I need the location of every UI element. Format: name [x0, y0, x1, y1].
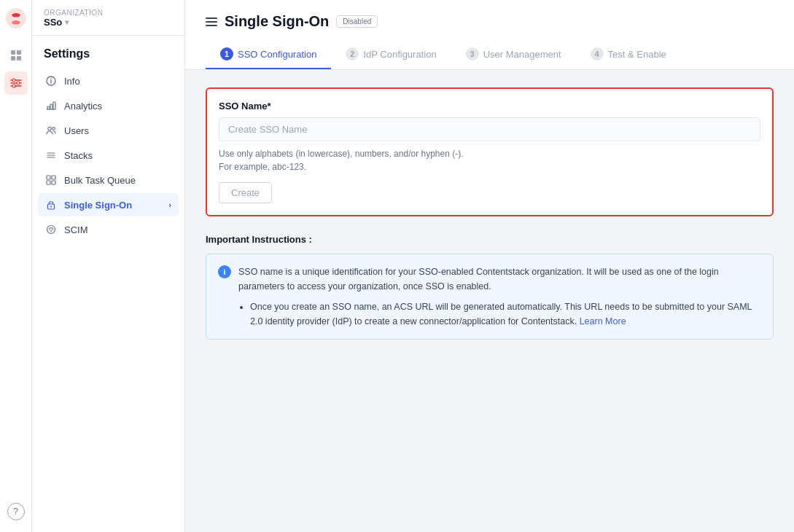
sidebar-title: Settings [32, 36, 184, 66]
svg-rect-20 [47, 176, 50, 179]
sidebar-item-bulk-task-label: Bulk Task Queue [64, 175, 136, 186]
sidebar-item-info-label: Info [64, 76, 80, 87]
tab-idp-configuration[interactable]: 2 IdP Configuration [331, 40, 451, 69]
lock-icon [45, 199, 57, 211]
page-header: Single Sign-On Disabled 1 SSO Configurat… [185, 0, 794, 70]
sidebar-item-stacks[interactable]: Stacks [38, 144, 179, 167]
nav-chevron-icon: › [168, 200, 171, 209]
sidebar-item-info[interactable]: Info [38, 69, 179, 93]
org-selector[interactable]: Organization SSo ▾ [32, 0, 184, 36]
tab-label-4: Test & Enable [608, 49, 666, 60]
tab-num-1: 1 [220, 47, 233, 60]
svg-rect-1 [11, 50, 15, 55]
instructions-title: Important Instructions : [206, 234, 774, 245]
main-content: Single Sign-On Disabled 1 SSO Configurat… [185, 0, 794, 532]
sidebar-item-scim-label: SCIM [64, 224, 88, 235]
svg-point-13 [50, 78, 52, 79]
info-icon [45, 75, 57, 87]
svg-point-0 [6, 8, 26, 28]
org-name[interactable]: SSo ▾ [44, 17, 173, 28]
create-button[interactable]: Create [219, 182, 272, 203]
svg-point-16 [52, 128, 55, 130]
analytics-icon [45, 100, 57, 112]
content-area: SSO Name* Use only alphabets (in lowerca… [185, 70, 794, 532]
info-circle-icon: i [218, 265, 231, 278]
sso-name-input[interactable] [219, 117, 760, 141]
tab-num-2: 2 [346, 47, 359, 60]
sidebar-item-users[interactable]: Users [38, 119, 179, 142]
tab-num-3: 3 [466, 47, 479, 60]
tab-test-enable[interactable]: 4 Test & Enable [576, 40, 681, 69]
page-title-row: Single Sign-On Disabled [206, 13, 774, 30]
hamburger-icon[interactable] [206, 17, 217, 26]
left-rail: ? [0, 0, 32, 532]
sso-hint: Use only alphabets (in lowercase), numbe… [219, 147, 760, 173]
sidebar: Organization SSo ▾ Settings Info [32, 0, 185, 532]
scim-icon [45, 224, 57, 235]
org-label: Organization [44, 9, 173, 17]
tab-user-management[interactable]: 3 User Management [451, 40, 576, 69]
svg-rect-23 [52, 181, 55, 184]
svg-rect-4 [17, 56, 21, 60]
svg-rect-21 [52, 176, 55, 179]
svg-rect-2 [17, 50, 21, 55]
help-icon[interactable]: ? [7, 503, 25, 520]
svg-point-15 [48, 127, 51, 130]
svg-rect-22 [47, 181, 50, 184]
page-title: Single Sign-On [225, 13, 329, 30]
org-chevron-icon: ▾ [65, 18, 69, 26]
sidebar-item-sso-label: Single Sign-On [64, 200, 132, 211]
sidebar-item-analytics-label: Analytics [64, 101, 102, 112]
svg-point-8 [12, 79, 15, 82]
tab-label-1: SSO Configuration [238, 49, 316, 60]
app-logo[interactable] [5, 7, 27, 29]
rail-bottom: ? [7, 503, 25, 532]
rail-grid-icon[interactable] [4, 44, 28, 67]
svg-point-9 [17, 82, 20, 85]
tabs: 1 SSO Configuration 2 IdP Configuration … [206, 40, 774, 69]
users-icon [45, 125, 57, 136]
sidebar-item-scim[interactable]: SCIM [38, 218, 179, 241]
svg-point-10 [12, 85, 15, 87]
sso-name-section: SSO Name* Use only alphabets (in lowerca… [206, 87, 774, 216]
learn-more-link[interactable]: Learn More [580, 316, 626, 326]
tab-sso-configuration[interactable]: 1 SSO Configuration [206, 40, 331, 69]
tab-num-4: 4 [591, 47, 604, 60]
sidebar-item-single-sign-on[interactable]: Single Sign-On › [38, 193, 179, 216]
tab-label-2: IdP Configuration [363, 49, 436, 60]
sidebar-item-stacks-label: Stacks [64, 150, 93, 161]
instructions-content: SSO name is a unique identification for … [238, 265, 761, 329]
status-badge: Disabled [336, 15, 378, 28]
sidebar-item-users-label: Users [64, 125, 89, 136]
stacks-icon [45, 149, 57, 161]
sidebar-item-bulk-task-queue[interactable]: Bulk Task Queue [38, 168, 179, 192]
instruction-line2: Once you create an SSO name, an ACS URL … [250, 300, 761, 329]
svg-rect-3 [11, 56, 15, 60]
sidebar-nav: Info Analytics [32, 66, 184, 532]
instruction-line1: SSO name is a unique identification for … [238, 265, 761, 294]
sidebar-item-analytics[interactable]: Analytics [38, 94, 179, 117]
instructions-box: i SSO name is a unique identification fo… [206, 254, 774, 340]
rail-settings-icon[interactable] [4, 71, 28, 95]
tab-label-3: User Management [483, 49, 561, 60]
sso-field-label: SSO Name* [219, 101, 760, 112]
bulk-task-icon [45, 174, 57, 186]
svg-point-25 [50, 206, 52, 208]
